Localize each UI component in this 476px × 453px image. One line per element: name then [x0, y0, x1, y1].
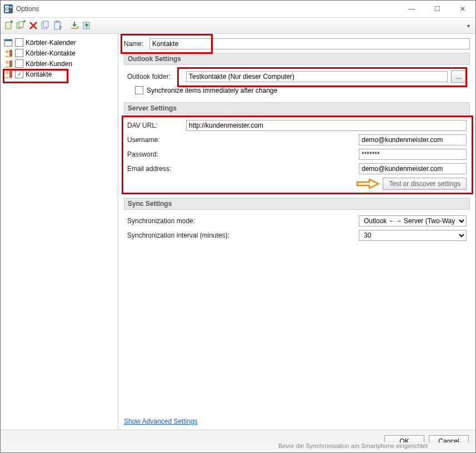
svg-rect-5 — [6, 22, 11, 29]
sync-immediately-label: Synchronize items immediately after chan… — [147, 87, 277, 94]
window-title: Options — [16, 5, 39, 13]
sidebar-item-kunden[interactable]: Körbler-Kunden — [3, 58, 116, 69]
sync-interval-label: Synchronization interval (minutes): — [127, 231, 238, 239]
ok-button[interactable]: OK — [384, 435, 424, 447]
show-advanced-link[interactable]: Show Advanced Settings — [124, 417, 198, 425]
toolbar-overflow-icon[interactable]: ▾ — [467, 23, 470, 29]
email-input[interactable] — [359, 163, 467, 174]
svg-rect-20 — [9, 71, 12, 78]
svg-point-15 — [6, 50, 9, 53]
svg-rect-11 — [56, 21, 59, 22]
svg-text:O: O — [5, 7, 8, 12]
svg-rect-9 — [43, 21, 48, 27]
sync-mode-select[interactable]: Outlook ←→ Server (Two-Way) — [359, 215, 467, 226]
sidebar-item-label: Kontakte — [26, 71, 52, 78]
sync-mode-label: Synchronization mode: — [127, 217, 238, 225]
minimize-button[interactable]: — — [399, 1, 424, 17]
browse-folder-button[interactable]: ... — [451, 71, 467, 83]
sync-immediately-checkbox[interactable] — [135, 86, 143, 94]
username-input[interactable] — [359, 134, 467, 145]
name-label: Name: — [124, 40, 146, 48]
dav-url-label: DAV URL: — [127, 122, 183, 129]
svg-rect-14 — [4, 39, 12, 41]
username-label: Username: — [127, 136, 183, 144]
section-outlook-header: Outlook Settings — [124, 53, 470, 65]
outlook-folder-input[interactable] — [186, 71, 448, 82]
add-profile-icon[interactable] — [4, 21, 14, 31]
sync-interval-select[interactable]: 30 — [359, 230, 467, 241]
contacts-icon — [4, 70, 13, 79]
arrow-icon — [356, 179, 379, 189]
email-label: Email address: — [127, 165, 183, 173]
checkbox[interactable] — [15, 38, 23, 47]
add-multiple-icon[interactable] — [16, 21, 26, 31]
name-input[interactable] — [149, 38, 470, 49]
dialog-footer: OK Cancel — [1, 430, 475, 452]
close-button[interactable]: ✕ — [450, 1, 475, 17]
svg-rect-7 — [19, 22, 23, 27]
svg-point-17 — [6, 61, 9, 64]
export-icon[interactable] — [69, 21, 79, 31]
calendar-icon — [4, 38, 13, 47]
test-discover-button[interactable]: Test or discover settings — [383, 178, 467, 190]
maximize-button[interactable]: ☐ — [424, 1, 450, 17]
sidebar: Körbler-Kalender Körbler-Kontakte Körble… — [1, 34, 118, 430]
password-input[interactable] — [359, 149, 467, 160]
checkbox[interactable]: ✓ — [15, 70, 23, 78]
outlook-folder-label: Outlook folder: — [127, 73, 183, 80]
section-sync-header: Sync Settings — [124, 198, 470, 210]
delete-icon[interactable] — [28, 21, 38, 31]
sidebar-item-kontakte-1[interactable]: Körbler-Kontakte — [3, 48, 116, 58]
contacts-icon — [4, 59, 13, 68]
password-label: Password: — [127, 150, 183, 158]
svg-rect-16 — [9, 50, 12, 57]
checkbox[interactable] — [15, 49, 23, 57]
form-panel: Name: Outlook Settings Outlook folder: .… — [118, 34, 475, 430]
svg-rect-4 — [9, 9, 12, 12]
cancel-button[interactable]: Cancel — [429, 435, 469, 447]
app-icon: O — [4, 4, 13, 13]
svg-rect-3 — [9, 6, 12, 8]
import-icon[interactable] — [82, 21, 92, 31]
sidebar-item-label: Körbler-Kunden — [26, 60, 72, 68]
svg-rect-18 — [9, 61, 12, 67]
dav-url-input[interactable] — [186, 120, 467, 131]
svg-point-19 — [6, 71, 9, 74]
section-server-header: Server Settings — [124, 102, 470, 114]
sidebar-item-kontakte-2[interactable]: ✓ Kontakte — [3, 69, 116, 79]
sidebar-item-kalender[interactable]: Körbler-Kalender — [3, 37, 116, 48]
paste-icon[interactable] — [53, 21, 63, 31]
toolbar: ▾ — [1, 18, 475, 34]
copy-icon[interactable] — [41, 21, 51, 31]
sidebar-item-label: Körbler-Kontakte — [26, 49, 76, 57]
checkbox[interactable] — [15, 59, 23, 68]
sidebar-item-label: Körbler-Kalender — [26, 39, 76, 47]
contacts-icon — [4, 49, 13, 58]
